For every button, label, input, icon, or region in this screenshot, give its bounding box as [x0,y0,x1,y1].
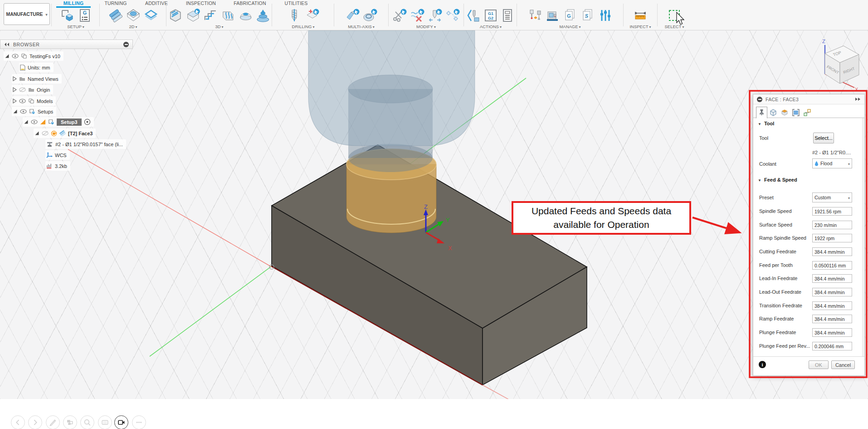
ramp-feedrate-input[interactable]: 384.4 mm/min [812,315,852,323]
tree-item-origin[interactable]: Origin [12,85,53,94]
tool-library-icon[interactable] [597,8,614,23]
visibility-off-eye-icon[interactable] [42,131,49,136]
contour-2d-icon[interactable] [143,8,159,23]
cutting-feedrate-input[interactable]: 384.4 mm/min [812,247,852,256]
post-process-icon[interactable]: G1G2 [483,8,498,23]
panel-display-toggle-icon[interactable] [123,42,129,47]
pocket-clearing-icon[interactable] [185,8,201,23]
visibility-eye-icon[interactable] [19,99,26,104]
template-library-icon[interactable]: S [580,8,596,23]
plunge-feedrate-input[interactable]: 384.4 mm/min [812,328,852,337]
window-selection-icon[interactable] [666,8,683,23]
feed-speed-section-header[interactable]: Feed & Speed [758,177,797,182]
3d-viewport[interactable]: Z Y X TOP FRONT RIGHT Z X [0,30,868,399]
tab-linking[interactable] [801,107,813,118]
parallel-icon[interactable] [220,8,236,23]
info-icon[interactable]: i [759,361,766,368]
drill-icon[interactable] [286,8,302,23]
collapsed-arrow-icon[interactable] [13,76,17,81]
lead-in-feedrate-input[interactable]: 384.4 mm/min [812,274,852,283]
tree-item-file-size[interactable]: 3.2kb [45,161,70,171]
tree-item-models[interactable]: Models [12,96,56,106]
next-view-icon[interactable] [28,415,42,429]
tree-item-operation-face3[interactable]: [T2] Face3 [34,128,96,138]
active-setup-radio-icon[interactable] [84,118,91,125]
cancel-button[interactable]: Cancel [831,360,855,369]
probe-icon[interactable] [527,8,543,23]
surface-speed-input[interactable]: 230 m/min [812,221,852,229]
marking-menu-icon[interactable] [46,415,60,429]
feed-per-tooth-input[interactable]: 0.0500116 mm [812,261,852,270]
collapse-panel-icon[interactable] [4,42,10,47]
selected-setup-label[interactable]: Setup3 [57,118,82,126]
visibility-eye-icon[interactable] [20,109,27,114]
simulate-icon[interactable] [466,8,482,23]
tab-heights[interactable] [779,107,790,118]
spindle-speed-input[interactable]: 1921.56 rpm [812,207,852,216]
tree-item-setup3[interactable]: Setup3 [23,117,94,127]
previous-view-icon[interactable] [11,415,25,429]
gcode-document-icon[interactable]: G [77,8,93,23]
tab-milling[interactable]: MILLING [63,0,84,6]
zoom-icon[interactable] [80,415,94,429]
transition-feedrate-input[interactable]: 384.4 mm/min [812,301,852,310]
display-settings-icon[interactable] [63,415,77,429]
swarf-icon[interactable] [344,8,361,23]
collapsed-arrow-icon[interactable] [13,99,17,104]
tab-fabrication[interactable]: FABRICATION [234,0,266,6]
adaptive-clearing-icon[interactable] [167,8,184,23]
tab-additive[interactable]: ADDITIVE [145,0,168,6]
visibility-eye-icon[interactable] [31,119,38,124]
more-options-icon[interactable] [132,415,146,429]
pocket-2d-icon[interactable] [125,8,141,23]
hole-recognition-icon[interactable] [304,8,320,23]
ok-button[interactable]: OK [809,360,829,369]
steep-shallow-icon[interactable] [202,8,219,23]
workspace-switcher-button[interactable]: MANUFACTURE [4,3,50,25]
viewcube-cube[interactable]: TOP FRONT RIGHT [825,46,859,84]
face-2d-icon[interactable] [107,8,124,23]
tree-item-component[interactable]: TestingFs v10 [4,51,63,61]
tool-select-button[interactable]: Select... [813,133,834,143]
expanded-arrow-icon[interactable] [24,119,29,124]
collapsed-arrow-icon[interactable] [13,87,17,92]
tab-inspection[interactable]: INSPECTION [186,0,216,6]
dialog-collapse-icon[interactable] [757,97,762,102]
pan-icon[interactable] [98,415,112,429]
tab-tool[interactable] [756,107,767,118]
new-setup-icon[interactable] [59,8,75,23]
tree-item-wcs[interactable]: WCS [45,150,70,160]
tool-section-header[interactable]: Tool [758,121,774,126]
post-library-icon[interactable]: G [562,8,578,23]
expanded-arrow-icon[interactable] [34,131,39,136]
tree-item-named-views[interactable]: Named Views [12,74,62,84]
machine-library-icon[interactable] [544,8,561,23]
tree-item-setups[interactable]: Setups [12,107,56,116]
view-cube[interactable]: TOP FRONT RIGHT Z X [804,37,867,92]
delete-passes-icon[interactable] [409,8,425,23]
measure-icon[interactable] [632,8,649,23]
orbit-camera-icon[interactable] [114,415,128,429]
dialog-header[interactable]: FACE : FACE3 [753,94,864,104]
tab-utilities[interactable]: UTILITIES [285,0,308,6]
preset-dropdown[interactable]: Custom [812,192,852,202]
setup-sheet-icon[interactable] [500,8,515,23]
scallop-icon[interactable] [238,8,254,23]
edit-links-icon[interactable] [444,8,461,23]
tree-item-units[interactable]: Units: mm [19,63,54,72]
tab-passes[interactable] [790,107,801,118]
ramp-spindle-speed-input[interactable]: 1922 rpm [812,234,852,242]
dialog-scrollbar[interactable] [862,118,864,356]
expanded-arrow-icon[interactable] [5,54,10,59]
feed-optimization-icon[interactable] [427,8,443,23]
visibility-off-eye-icon[interactable] [19,87,26,92]
coolant-dropdown[interactable]: Flood [812,158,852,168]
expanded-arrow-icon[interactable] [13,109,18,114]
trim-toolpath-icon[interactable] [391,8,408,23]
plunge-feed-per-rev-input[interactable]: 0.200046 mm [812,342,852,350]
lead-out-feedrate-input[interactable]: 384.4 mm/min [812,288,852,296]
visibility-eye-icon[interactable] [12,54,19,59]
tab-turning[interactable]: TURNING [104,0,127,6]
multi-axis-contour-icon[interactable] [362,8,378,23]
dock-panel-icon[interactable] [855,97,861,101]
